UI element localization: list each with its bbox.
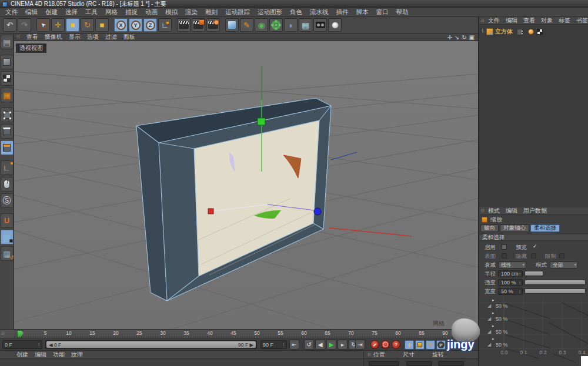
- light-button[interactable]: [328, 18, 342, 32]
- subdivision-surface-button[interactable]: ◉: [255, 18, 268, 32]
- preview-range-bar[interactable]: ◀ 0 F 90 F ▶: [46, 341, 256, 348]
- lock-workplane-button[interactable]: ▦: [1, 230, 14, 244]
- cube-object[interactable]: [136, 98, 331, 301]
- menu-item-7[interactable]: 动画: [145, 8, 158, 16]
- vp-menu-display[interactable]: 显示: [69, 33, 81, 41]
- title-bar[interactable]: CINEMA 4D R18.057 Studio (RC - R18) - [未…: [0, 0, 588, 8]
- render-picture-viewer-button[interactable]: [192, 18, 205, 32]
- radius-field[interactable]: 100 cm ↕: [498, 270, 523, 277]
- menu-item-14[interactable]: 流水线: [310, 8, 329, 16]
- menu-item-12[interactable]: 运动图形: [258, 8, 282, 16]
- rotation-h-field[interactable]: [438, 361, 464, 366]
- lock-z-button[interactable]: Z: [143, 18, 157, 32]
- expand-arrow-icon[interactable]: ▸: [492, 311, 495, 315]
- end-frame-field[interactable]: 90 F ↕: [260, 340, 287, 349]
- render-settings-button[interactable]: [206, 18, 220, 32]
- goto-start-button[interactable]: ⇤: [289, 340, 299, 350]
- falloff-dropdown[interactable]: 线性 ▾: [498, 261, 526, 268]
- visibility-dots-icon[interactable]: [517, 29, 523, 35]
- mat-menu-texture[interactable]: 纹理: [71, 351, 83, 359]
- falloff-row-value[interactable]: 50 %: [496, 303, 508, 309]
- vp-menu-view[interactable]: 查看: [26, 33, 38, 41]
- deformer-button[interactable]: ◗: [284, 18, 298, 32]
- move-tool-button[interactable]: ✛: [51, 18, 65, 32]
- snap-magnet-button[interactable]: U: [1, 213, 14, 228]
- redo-button[interactable]: ↷: [18, 18, 31, 32]
- tab-soft-selection[interactable]: 柔和选择: [530, 224, 560, 232]
- goto-end-button[interactable]: ⇥: [355, 340, 365, 350]
- uvw-mode-button[interactable]: ▦: [1, 88, 14, 102]
- key-position-toggle[interactable]: ✛: [405, 340, 414, 350]
- current-frame-field[interactable]: 0 F ↕: [2, 340, 42, 349]
- phong-tag-icon[interactable]: [528, 29, 534, 35]
- lock-y-button[interactable]: Y: [129, 18, 142, 32]
- primitive-cube-button[interactable]: [225, 18, 239, 32]
- falloff-row-0[interactable]: ▸ ◢ 50 %: [479, 298, 585, 310]
- render-view-button[interactable]: [177, 18, 191, 32]
- strength-field[interactable]: 100 % ↕: [498, 279, 523, 286]
- y-scale-handle[interactable]: [258, 118, 265, 125]
- radius-slider[interactable]: [524, 271, 543, 276]
- enable-checkbox[interactable]: [502, 244, 507, 250]
- menu-item-16[interactable]: 脚本: [356, 8, 369, 16]
- menu-item-3[interactable]: 选择: [65, 8, 78, 16]
- restrict-checkbox[interactable]: [559, 253, 564, 258]
- expand-arrow-icon[interactable]: ▸: [492, 324, 495, 328]
- falloff-row-value[interactable]: 50 %: [496, 329, 508, 335]
- pan-view-icon[interactable]: ✛: [447, 34, 452, 41]
- menu-item-11[interactable]: 运动跟踪: [225, 8, 250, 16]
- rotate-view-icon[interactable]: ↻: [462, 34, 466, 41]
- falloff-row-value[interactable]: 50 %: [496, 342, 508, 348]
- x-scale-handle[interactable]: [208, 209, 213, 214]
- scale-tool-button[interactable]: ■: [66, 18, 79, 32]
- tab-object-axis[interactable]: 对象轴心: [500, 224, 529, 232]
- falloff-row-3[interactable]: ▸ ◢ 50 %: [479, 337, 585, 349]
- falloff-row-2[interactable]: ▸ ◢ 50 %: [479, 324, 585, 336]
- mat-menu-edit[interactable]: 编辑: [35, 351, 46, 359]
- floor-environment-button[interactable]: ▦: [299, 18, 312, 32]
- falloff-row-value[interactable]: 50 %: [496, 316, 508, 322]
- play-backwards-button[interactable]: ↺: [304, 340, 314, 350]
- menu-item-9[interactable]: 渲染: [185, 8, 198, 16]
- tab-axis[interactable]: 轴向: [480, 224, 499, 232]
- om-menu-bookmarks[interactable]: 书签: [576, 16, 588, 25]
- scene-3d[interactable]: [14, 41, 478, 329]
- size-x-field[interactable]: [406, 361, 432, 366]
- menu-item-18[interactable]: 帮助: [396, 8, 409, 16]
- material-handle-icon[interactable]: ⠿: [17, 352, 21, 358]
- previous-frame-button[interactable]: ◀: [315, 340, 325, 350]
- enable-axis-button[interactable]: ∟: [1, 160, 14, 175]
- spline-pen-button[interactable]: ✎: [240, 18, 253, 32]
- om-menu-view[interactable]: 查看: [523, 16, 535, 25]
- lock-x-button[interactable]: X: [114, 18, 128, 32]
- camera-button[interactable]: [313, 18, 327, 32]
- om-handle-icon[interactable]: ⠿: [481, 18, 485, 23]
- hidden-checkbox[interactable]: [531, 253, 536, 258]
- live-selection-button[interactable]: ➤: [36, 18, 50, 32]
- key-parameter-toggle[interactable]: P: [436, 340, 446, 350]
- menu-item-17[interactable]: 窗口: [376, 8, 389, 16]
- end-stepper-icon[interactable]: ↕: [282, 342, 285, 347]
- autokey-button[interactable]: [381, 340, 390, 349]
- menu-item-6[interactable]: 捕捉: [125, 8, 138, 16]
- mode-dropdown[interactable]: 全部 ▾: [550, 261, 578, 268]
- edges-mode-button[interactable]: [1, 124, 14, 139]
- vp-menu-cameras[interactable]: 摄像机: [45, 33, 62, 41]
- soft-selection-section-header[interactable]: 柔和选择: [479, 234, 588, 241]
- object-list[interactable]: └ 立方体: [479, 25, 588, 207]
- falloff-graph[interactable]: ▸ ◢ 50 % ▸ ◢ 50 % ▸ ◢ 50 % ▸ ◢ 50 %: [479, 298, 588, 366]
- falloff-row-1[interactable]: ▸ ◢ 50 %: [479, 311, 585, 323]
- object-name-label[interactable]: 立方体: [495, 28, 513, 36]
- play-button[interactable]: ▶: [326, 340, 336, 350]
- am-menu-mode[interactable]: 模式: [488, 207, 500, 215]
- om-menu-object[interactable]: 对象: [541, 16, 553, 25]
- menu-item-15[interactable]: 插件: [336, 8, 349, 16]
- record-keyframe-button[interactable]: [370, 340, 379, 349]
- menu-item-5[interactable]: 网格: [105, 8, 118, 16]
- mograph-array-button[interactable]: [269, 18, 283, 32]
- am-menu-edit[interactable]: 编辑: [506, 207, 517, 215]
- vp-menu-filter[interactable]: 过滤: [105, 33, 117, 41]
- menu-item-4[interactable]: 工具: [85, 8, 98, 16]
- coord-handle-icon[interactable]: ⠿: [368, 352, 371, 358]
- last-tool-button[interactable]: ■: [95, 18, 109, 32]
